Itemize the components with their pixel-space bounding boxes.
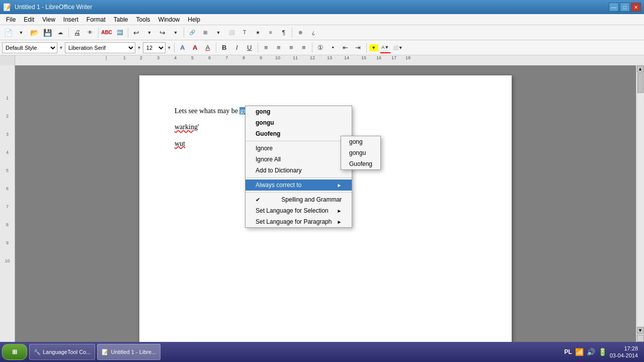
main-toolbar: 📄 ▼ 📂 💾 ☁ 🖨 👁 ABC 🔤 ↩ ▼ ↪ ▼ 🔗 ⊞ ▼ ⬜ T ★ … bbox=[0, 25, 644, 40]
scroll-up-button[interactable]: ▲ bbox=[637, 65, 644, 72]
horizontal-ruler: | 1 2 3 4 5 6 7 8 9 10 11 12 13 14 15 16… bbox=[15, 55, 644, 65]
bold-text-button[interactable]: B bbox=[219, 42, 230, 53]
open-button[interactable]: 📂 bbox=[28, 27, 40, 39]
scroll-extra-1[interactable] bbox=[637, 335, 644, 342]
tray-date-text: 03-04-2014 bbox=[610, 352, 638, 359]
minimize-button[interactable]: — bbox=[609, 3, 619, 12]
redo-dropdown[interactable]: ▼ bbox=[170, 27, 182, 39]
taskbar-languagetool[interactable]: 🔧 LanguageTool Co... bbox=[29, 344, 95, 360]
ruler-mark-17: 17 bbox=[391, 55, 396, 60]
new-button[interactable]: 📄 bbox=[2, 27, 14, 39]
fmt-sep-3 bbox=[258, 43, 258, 53]
save-button[interactable]: 💾 bbox=[41, 27, 53, 39]
ruler-mark-10: 10 bbox=[275, 55, 280, 60]
underline-text-button[interactable]: U bbox=[244, 42, 255, 53]
bold-button[interactable]: A bbox=[177, 42, 188, 53]
submenu-guofeng[interactable]: Guofeng bbox=[341, 158, 380, 169]
ctx-suggestion-2[interactable]: gongu bbox=[246, 117, 352, 128]
menu-help[interactable]: Help bbox=[184, 14, 204, 25]
maximize-button[interactable]: □ bbox=[620, 3, 630, 12]
italic-text-button[interactable]: I bbox=[231, 42, 243, 53]
menu-bar: File Edit View Insert Format Table Tools… bbox=[0, 14, 644, 25]
app-icon: 📝 bbox=[3, 3, 12, 11]
menu-edit[interactable]: Edit bbox=[20, 14, 38, 25]
insert-special-button[interactable]: ★ bbox=[252, 27, 264, 39]
ctx-suggestion-1[interactable]: gong bbox=[246, 106, 352, 117]
nonprinting-button[interactable]: ¶ bbox=[278, 27, 290, 39]
font-name-select[interactable]: Liberation Serif bbox=[65, 42, 135, 53]
ctx-set-lang-paragraph[interactable]: Set Language for Paragraph bbox=[246, 216, 352, 227]
menu-table[interactable]: Table bbox=[110, 14, 132, 25]
undo-button[interactable]: ↩ bbox=[130, 27, 142, 39]
numbering-button[interactable]: ① bbox=[315, 42, 326, 53]
ctx-add-dictionary[interactable]: Add to Dictionary bbox=[246, 165, 352, 176]
bullets-button[interactable]: • bbox=[328, 42, 339, 53]
table-dropdown[interactable]: ▼ bbox=[212, 27, 224, 39]
new-dropdown[interactable]: ▼ bbox=[15, 27, 27, 39]
decrease-indent-button[interactable]: ⇤ bbox=[340, 42, 351, 53]
document-page[interactable]: Lets see whats may be guong on hier nau … bbox=[139, 75, 512, 349]
font-color-button[interactable]: A bbox=[190, 42, 201, 53]
document-area[interactable]: Lets see whats may be guong on hier nau … bbox=[15, 65, 636, 349]
print-preview-button[interactable]: 👁 bbox=[84, 27, 96, 39]
ctx-ignore[interactable]: Ignore bbox=[246, 143, 352, 154]
save-remote-button[interactable]: ☁ bbox=[54, 27, 66, 39]
ctx-separator-1 bbox=[246, 141, 352, 141]
ctx-spelling-grammar[interactable]: ✔ Spelling and Grammar bbox=[246, 194, 352, 205]
align-center-button[interactable]: ≡ bbox=[273, 42, 284, 53]
highlight-color-button[interactable]: ▼ bbox=[369, 44, 378, 51]
menu-tools[interactable]: Tools bbox=[132, 14, 154, 25]
vertical-ruler: 1 2 3 4 5 6 7 8 9 10 bbox=[0, 65, 15, 349]
border-button[interactable]: ⬜▼ bbox=[392, 42, 404, 53]
menu-view[interactable]: View bbox=[38, 14, 59, 25]
languagetool-label: LanguageTool Co... bbox=[43, 349, 91, 355]
undo-dropdown[interactable]: ▼ bbox=[143, 27, 155, 39]
squiggly-word-1: warking bbox=[175, 123, 198, 131]
font-highlight-button[interactable]: A bbox=[202, 42, 213, 53]
ruler-mark-13: 13 bbox=[327, 55, 332, 60]
scroll-thumb[interactable] bbox=[637, 73, 643, 93]
align-left-button[interactable]: ≡ bbox=[261, 42, 272, 53]
ruler-corner bbox=[0, 55, 15, 65]
menu-insert[interactable]: Insert bbox=[59, 14, 83, 25]
ruler-mark-12: 12 bbox=[310, 55, 315, 60]
font-size-select[interactable]: 12 bbox=[143, 42, 166, 53]
titlebar-left: 📝 Untitled 1 - LibreOffice Writer bbox=[3, 3, 92, 11]
formatting-toolbar: Default Style ▼ Liberation Serif ▼ 12 ▼ … bbox=[0, 40, 644, 55]
align-right-button[interactable]: ≡ bbox=[286, 42, 297, 53]
tray-time-text: 17:28 bbox=[610, 345, 638, 352]
spellcheck-button[interactable]: ABC bbox=[101, 27, 113, 39]
redo-button[interactable]: ↪ bbox=[156, 27, 169, 39]
ctx-suggestion-3[interactable]: Guofeng bbox=[246, 128, 352, 139]
menu-format[interactable]: Format bbox=[83, 14, 110, 25]
menu-window[interactable]: Window bbox=[154, 14, 184, 25]
submenu-gongu[interactable]: gongu bbox=[341, 147, 380, 158]
ctx-ignore-all[interactable]: Ignore All bbox=[246, 154, 352, 165]
menu-file[interactable]: File bbox=[2, 14, 20, 25]
ctx-set-lang-selection[interactable]: Set Language for Selection bbox=[246, 205, 352, 216]
align-justify-button[interactable]: ≡ bbox=[298, 42, 309, 53]
scroll-track[interactable] bbox=[637, 72, 643, 327]
ctx-separator-3 bbox=[246, 192, 352, 193]
paragraph-style-select[interactable]: Default Style bbox=[2, 42, 57, 53]
submenu-correct: gong gongu Guofeng bbox=[341, 136, 381, 170]
close-button[interactable]: ✕ bbox=[631, 3, 641, 12]
autocorrect-button[interactable]: 🔤 bbox=[114, 27, 126, 39]
navigator-button[interactable]: ⊕ bbox=[294, 27, 306, 39]
hyperlink-button[interactable]: 🔗 bbox=[186, 27, 198, 39]
table-button[interactable]: ⊞ bbox=[199, 27, 211, 39]
insert-text-button[interactable]: T bbox=[238, 27, 251, 39]
start-button[interactable]: ⊞ bbox=[2, 344, 27, 360]
v-ruler-marks: 1 2 3 4 5 6 7 8 9 10 bbox=[0, 96, 15, 263]
styles-button[interactable]: ¿ bbox=[307, 27, 319, 39]
print-button[interactable]: 🖨 bbox=[71, 27, 83, 39]
submenu-gong[interactable]: gong bbox=[341, 136, 380, 147]
char-color-button[interactable]: A▼ bbox=[380, 42, 391, 53]
taskbar-writer[interactable]: 📝 Untitled 1 - Libre... bbox=[97, 344, 160, 360]
scroll-down-button[interactable]: ▼ bbox=[637, 327, 644, 334]
increase-indent-button[interactable]: ⇥ bbox=[353, 42, 364, 53]
insert-header-button[interactable]: ≡ bbox=[265, 27, 277, 39]
ctx-always-correct[interactable]: Always correct to bbox=[246, 179, 352, 191]
vertical-scrollbar[interactable]: ▲ ▼ bbox=[636, 65, 644, 349]
insert-frame-button[interactable]: ⬜ bbox=[225, 27, 237, 39]
